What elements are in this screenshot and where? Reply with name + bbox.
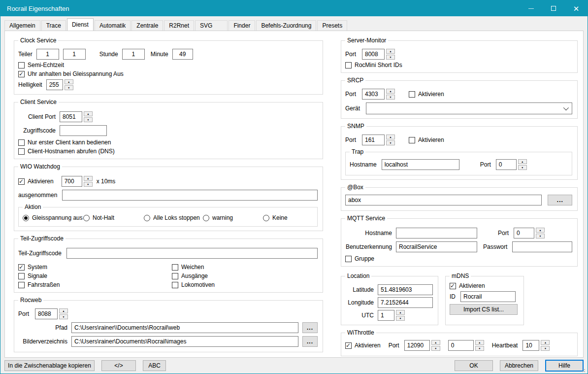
spin-down-icon[interactable] — [386, 55, 395, 60]
ok-button[interactable]: OK — [455, 360, 493, 371]
abox-browse-button[interactable]: ... — [548, 195, 572, 205]
checkbox-mdns-aktivieren[interactable]: Aktivieren — [450, 282, 485, 289]
spin-up-icon[interactable] — [541, 340, 550, 345]
spin-up-icon[interactable] — [475, 340, 484, 345]
spin-down-icon[interactable] — [431, 346, 440, 351]
spin-up-icon[interactable] — [59, 308, 68, 313]
srcp-port-input[interactable] — [362, 89, 385, 100]
teiler1-input[interactable] — [36, 49, 59, 60]
tab-allgemein[interactable]: Allgemein — [4, 20, 40, 31]
checkbox-withrottle-aktivieren[interactable]: Aktivieren — [345, 342, 381, 349]
tab-svg[interactable]: SVG — [195, 20, 228, 31]
spin-down-icon[interactable] — [518, 165, 527, 170]
checkbox-srcp-aktivieren[interactable]: Aktivieren — [409, 91, 444, 98]
minute-input[interactable] — [172, 49, 193, 60]
wio-value-input[interactable] — [62, 176, 82, 187]
teil-zugriffscode-input[interactable] — [66, 248, 318, 259]
spin-down-icon[interactable] — [84, 117, 93, 122]
checkbox-gruppe[interactable]: Gruppe — [345, 255, 374, 262]
spin-up-icon[interactable] — [84, 176, 93, 181]
spin-up-icon[interactable] — [431, 340, 440, 345]
checkbox-semi-echtzeit[interactable]: Semi-Echtzeit — [18, 62, 64, 68]
tab-automatik[interactable]: Automatik — [95, 20, 131, 31]
help-button[interactable]: Hilfe — [545, 360, 584, 372]
spin-down-icon[interactable] — [59, 314, 68, 319]
helligkeit-input[interactable] — [46, 79, 63, 90]
spin-down-icon[interactable] — [536, 234, 545, 238]
abc-button[interactable]: ABC — [143, 360, 166, 371]
tab-befehls-zuordnung[interactable]: Befehls-Zuordnung — [256, 20, 316, 31]
ausgenommen-input[interactable] — [62, 190, 318, 201]
spin-up-icon[interactable] — [386, 89, 395, 94]
checkbox-fahrstrassen[interactable]: Fahrstraßen — [18, 281, 60, 288]
checkbox-nur-erster-client[interactable]: Nur erster Client kann bedienen — [18, 139, 111, 146]
benutzerkennung-input[interactable] — [396, 241, 477, 252]
radio-keine[interactable]: Keine — [263, 214, 288, 221]
spin-up-icon[interactable] — [536, 228, 545, 233]
tab-trace[interactable]: Trace — [41, 20, 66, 31]
server-monitor-port-input[interactable] — [362, 49, 385, 60]
radio-alle-loks-stoppen[interactable]: Alle Loks stoppen — [144, 214, 203, 221]
bilderverzeichnis-browse-button[interactable]: ... — [302, 336, 318, 347]
pfad-browse-button[interactable]: ... — [302, 322, 318, 333]
radio-warning[interactable]: warning — [203, 214, 263, 221]
utc-input[interactable] — [378, 310, 394, 321]
resize-grip[interactable] — [582, 368, 587, 373]
pfad-input[interactable] — [71, 322, 298, 333]
checkbox-ausgaenge[interactable]: Ausgänge — [172, 272, 208, 279]
spin-up-icon[interactable] — [386, 49, 395, 54]
import-cs-list-button[interactable]: Import CS list... — [450, 304, 518, 315]
tab-r2rnet[interactable]: R2Rnet — [164, 20, 194, 31]
spin-up-icon[interactable] — [65, 79, 73, 84]
heartbeat-input[interactable] — [523, 340, 539, 351]
spin-down-icon[interactable] — [475, 346, 484, 351]
trap-port-input[interactable] — [496, 159, 517, 170]
spin-up-icon[interactable] — [518, 159, 527, 164]
withrottle-port2-input[interactable] — [448, 340, 474, 351]
geraet-combobox[interactable] — [366, 102, 572, 114]
tab-dienst[interactable]: Dienst — [67, 18, 94, 31]
spin-up-icon[interactable] — [84, 111, 93, 116]
cancel-button[interactable]: Abbrechen — [500, 360, 538, 371]
teiler2-input[interactable] — [63, 49, 86, 60]
radio-not-halt[interactable]: Not-Halt — [83, 214, 144, 221]
checkbox-rocmini-short-ids[interactable]: RocMini Short IDs — [345, 62, 402, 68]
stunde-input[interactable] — [122, 49, 145, 60]
radio-gleisspannung-aus[interactable]: Gleisspannung aus — [23, 214, 83, 221]
bilderverzeichnis-input[interactable] — [71, 336, 298, 347]
xml-source-button[interactable]: </> — [101, 360, 136, 371]
mqtt-hostname-input[interactable] — [396, 228, 477, 238]
spin-down-icon[interactable] — [84, 182, 93, 187]
passwort-input[interactable] — [512, 241, 572, 252]
checkbox-lokomotiven[interactable]: Lokomotiven — [172, 281, 215, 288]
checkbox-wio-aktivieren[interactable]: Aktivieren — [18, 178, 54, 185]
spin-up-icon[interactable] — [386, 135, 395, 139]
client-port-input[interactable] — [60, 111, 82, 122]
spin-up-icon[interactable] — [396, 310, 405, 315]
mdns-id-input[interactable] — [460, 291, 516, 302]
trap-hostname-input[interactable] — [382, 159, 459, 170]
spin-down-icon[interactable] — [386, 140, 395, 145]
checkbox-snmp-aktivieren[interactable]: Aktivieren — [409, 136, 444, 143]
tab-finder[interactable]: Finder — [229, 20, 255, 31]
longitude-input[interactable] — [378, 297, 433, 308]
spin-down-icon[interactable] — [396, 316, 405, 321]
spin-down-icon[interactable] — [386, 95, 395, 100]
mqtt-port-input[interactable] — [514, 228, 534, 238]
checkbox-system[interactable]: System — [18, 264, 47, 271]
snmp-port-input[interactable] — [362, 135, 385, 145]
maximize-button[interactable] — [542, 0, 565, 16]
rocweb-port-input[interactable] — [35, 308, 58, 319]
checkbox-client-hostnamen-dns[interactable]: Client-Hostnamen abrufen (DNS) — [18, 148, 115, 155]
checkbox-weichen[interactable]: Weichen — [172, 264, 204, 271]
minimize-button[interactable] — [520, 0, 542, 16]
tab-presets[interactable]: Presets — [317, 20, 347, 31]
tab-zentrale[interactable]: Zentrale — [131, 20, 163, 31]
checkbox-signale[interactable]: Signale — [18, 272, 47, 279]
spin-down-icon[interactable] — [65, 85, 73, 90]
latitude-input[interactable] — [378, 284, 433, 295]
copy-to-clipboard-button[interactable]: In die Zwischenablage kopieren — [4, 360, 95, 371]
zugriffscode-input[interactable] — [60, 125, 107, 136]
spin-down-icon[interactable] — [541, 346, 550, 351]
abox-input[interactable] — [345, 195, 542, 205]
